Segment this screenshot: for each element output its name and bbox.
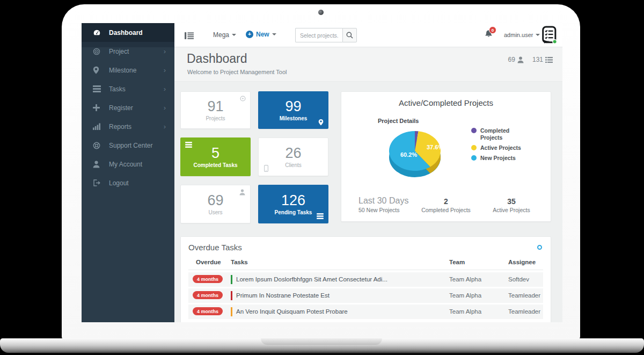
legend-dot: [471, 155, 477, 161]
main-content: Dashboard Welcome to Project Management …: [174, 47, 562, 322]
card-label: Milestones: [280, 115, 308, 121]
task-assignee: Teamleader: [508, 308, 540, 315]
legend-item[interactable]: Completed Projects: [471, 127, 541, 141]
column-header-team: Team: [449, 259, 465, 265]
chevron-down-icon: [272, 33, 276, 38]
card-label: Projects: [206, 115, 225, 121]
plus-icon: [93, 104, 102, 111]
dashboard-icon: [93, 28, 102, 37]
table-row[interactable]: 4 months Lorem Ipsum Doslorfbhfggn Sit A…: [188, 272, 543, 287]
sidebar-item-logout[interactable]: Logout: [82, 173, 174, 192]
sidebar-item-register[interactable]: Register ›: [82, 98, 174, 117]
overdue-panel-title: Overdue Tasks: [188, 243, 242, 252]
pie-chart: 60.2% 37.6%: [369, 122, 460, 187]
mobile-icon: [264, 165, 268, 172]
stat-card-pending-tasks[interactable]: 126 Pending Tasks: [258, 185, 328, 223]
user-dropdown[interactable]: admin.user: [504, 32, 540, 38]
legend-item[interactable]: New Projects: [471, 155, 541, 162]
bar-chart-icon: [93, 123, 102, 130]
search-button[interactable]: [342, 28, 357, 42]
priority-bar: [231, 291, 232, 300]
sidebar-item-label: Register: [109, 104, 133, 112]
stat-big: Last 30 Days: [358, 196, 408, 206]
laptop-camera: [318, 10, 324, 15]
task-assignee: Teamleader: [508, 292, 540, 299]
stat-card-projects[interactable]: 91 Projects: [180, 91, 251, 129]
sidebar-item-milestone[interactable]: Milestone ›: [82, 61, 174, 79]
legend-dot: [471, 128, 477, 133]
chevron-down-icon: [536, 34, 540, 38]
new-dropdown[interactable]: + New: [246, 31, 276, 38]
sidebar-item-label: Dashboard: [109, 29, 143, 37]
stat-small: 50 New Projects: [358, 207, 408, 213]
users-count-stat: 69: [508, 56, 524, 63]
sidebar-item-reports[interactable]: Reports ›: [82, 117, 174, 136]
mega-dropdown[interactable]: Mega: [213, 31, 236, 39]
mega-label: Mega: [213, 31, 229, 39]
table-row[interactable]: 4 months An Vero Inquit Quisquam Potest …: [188, 305, 543, 319]
chart-title: Active/Completed Projects: [341, 98, 551, 107]
sidebar-item-label: My Account: [109, 161, 142, 168]
tasks-icon: [185, 142, 192, 148]
chevron-right-icon: ›: [164, 47, 166, 55]
task-title: An Vero Inquit Quisquam Potest Probare: [236, 308, 348, 315]
sidebar-item-my-account[interactable]: My Account: [82, 155, 174, 173]
card-value: 5: [211, 146, 219, 161]
notifications-button[interactable]: 0: [484, 30, 493, 41]
table-row[interactable]: 4 months Primum In Nostrane Potestate Es…: [188, 288, 543, 303]
card-label: Pending Tasks: [275, 209, 312, 215]
column-header-assignee: Assignee: [508, 259, 536, 265]
chevron-right-icon: ›: [164, 66, 166, 74]
pie-label-active: 37.6%: [427, 144, 443, 150]
stat-card-clients[interactable]: 26 Clients: [258, 137, 328, 176]
table-header: Overdue Tasks Team Assignee: [188, 256, 543, 270]
users-count: 69: [508, 56, 515, 63]
sidebar-item-label: Reports: [109, 123, 131, 131]
life-ring-icon: [93, 142, 102, 149]
stat-card-completed-tasks[interactable]: 5 Completed Tasks: [180, 137, 251, 176]
legend-label: Completed Projects: [480, 127, 519, 141]
sidebar-item-label: Support Center: [109, 142, 152, 149]
menu-toggle-icon[interactable]: [185, 32, 194, 41]
pie-label-new: 60.2%: [400, 151, 417, 158]
column-header-overdue: Overdue: [196, 259, 221, 265]
logout-icon: [93, 179, 102, 186]
stat-active-projects: 35 Active Projects: [479, 197, 544, 213]
card-label: Clients: [285, 162, 302, 168]
search-input[interactable]: [295, 28, 342, 42]
card-label: Completed Tasks: [193, 162, 237, 168]
checklist-avatar-icon: [541, 26, 557, 44]
bullseye-icon: [240, 96, 246, 102]
laptop-base-notch: [261, 338, 382, 345]
card-value: 126: [281, 193, 305, 208]
sidebar-item-support-center[interactable]: Support Center: [82, 136, 174, 155]
sidebar-item-dashboard[interactable]: Dashboard: [82, 23, 174, 42]
card-value: 99: [285, 99, 301, 114]
sidebar-item-project[interactable]: Project ›: [82, 42, 174, 61]
overdue-badge: 4 months: [193, 291, 223, 299]
tasks-icon: [317, 213, 324, 219]
sidebar: Desklog.io1.0 Dashboard Project › Milest…: [82, 23, 174, 322]
avatar[interactable]: [541, 26, 557, 46]
priority-bar: [231, 275, 232, 284]
legend-dot: [471, 145, 477, 150]
legend-item[interactable]: Active Projects: [471, 144, 541, 151]
task-team: Team Alpha: [449, 292, 481, 299]
stat-card-milestones[interactable]: 99 Milestones: [258, 91, 328, 129]
chevron-right-icon: ›: [164, 104, 166, 112]
stat-card-users[interactable]: 69 Users: [180, 185, 251, 223]
stat-completed-projects: 2 Completed Projects: [406, 197, 486, 213]
page-header: Dashboard Welcome to Project Management …: [174, 47, 562, 82]
tasks-icon: [93, 85, 102, 92]
new-label: New: [256, 31, 269, 38]
sidebar-item-tasks[interactable]: Tasks ›: [82, 79, 174, 98]
chevron-right-icon: ›: [164, 85, 166, 93]
page-subtitle: Welcome to Project Management Tool: [187, 69, 287, 75]
page-title: Dashboard: [187, 52, 247, 66]
chevron-right-icon: ›: [164, 122, 166, 131]
stat-last-30-days: Last 30 Days 50 New Projects: [358, 196, 408, 213]
status-circle-icon[interactable]: [537, 245, 542, 250]
sidebar-item-label: Milestone: [109, 67, 136, 74]
items-count-stat: 131: [532, 56, 553, 63]
stat-big: 35: [479, 197, 544, 206]
